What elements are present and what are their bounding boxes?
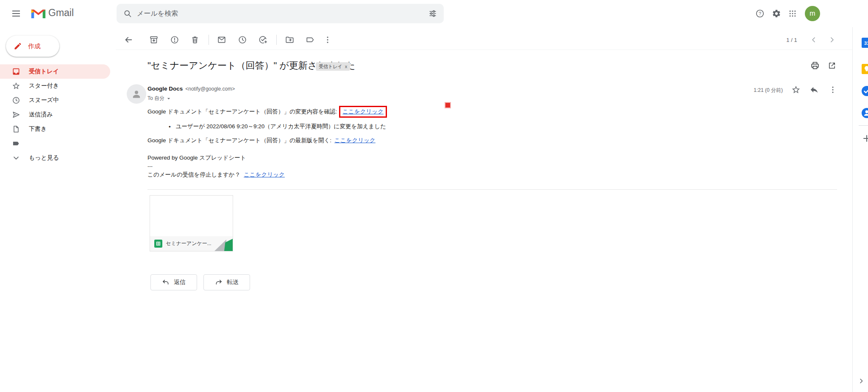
contacts-panel-button[interactable] xyxy=(857,103,868,123)
star-button[interactable] xyxy=(787,81,804,98)
get-addons-button[interactable] xyxy=(858,130,868,147)
search-icon xyxy=(123,9,132,18)
snooze-button[interactable] xyxy=(234,31,251,48)
keep-panel-button[interactable] xyxy=(857,59,868,79)
click-here-link[interactable]: ここをクリック xyxy=(334,137,376,144)
body-text: Google ドキュメント「セミナーアンケート（回答）」の変更内容を確認: xyxy=(147,108,337,116)
more-options-button[interactable] xyxy=(319,31,336,48)
attachment-name: セミナーアンケー... xyxy=(166,240,211,247)
open-in-new-button[interactable] xyxy=(823,57,840,74)
hamburger-icon xyxy=(11,8,21,19)
sidebar-item-label: 送信済み xyxy=(29,111,53,119)
reply-button[interactable] xyxy=(806,81,823,98)
sidebar-item-sent[interactable]: 送信済み xyxy=(0,108,110,122)
click-here-link[interactable]: ここをクリック xyxy=(342,108,384,116)
settings-button[interactable] xyxy=(768,5,785,22)
sidebar-item-more[interactable]: もっと見る xyxy=(0,151,110,165)
sender-avatar[interactable] xyxy=(127,84,146,104)
separator-text: --- xyxy=(147,163,153,169)
sender-email: <notify@google.com> xyxy=(185,86,235,92)
chevron-down-icon xyxy=(12,154,20,162)
attachment-card[interactable]: セミナーアンケー... xyxy=(150,195,233,251)
move-to-button[interactable] xyxy=(281,31,298,48)
body-bullet-line: • ユーザーが 2022/08/06 9:20～9:20（アメリカ太平洋夏時間）… xyxy=(169,123,386,130)
forward-action-button[interactable]: 転送 xyxy=(203,274,250,290)
side-panel-small-divider xyxy=(859,125,868,126)
forward-arrow-icon xyxy=(215,279,223,286)
inbox-label-badge[interactable]: 受信トレイ x xyxy=(316,62,350,71)
delete-button[interactable] xyxy=(186,31,203,48)
clock-icon xyxy=(238,35,247,44)
trash-icon xyxy=(190,35,200,44)
back-arrow-icon xyxy=(124,35,133,44)
avatar-letter: m xyxy=(810,10,815,17)
tasks-panel-button[interactable] xyxy=(857,81,868,101)
archive-button[interactable] xyxy=(145,31,162,48)
apps-grid-icon xyxy=(788,9,797,18)
folder-move-icon xyxy=(285,35,294,44)
side-panel-divider xyxy=(852,27,853,392)
report-spam-button[interactable] xyxy=(166,31,183,48)
recipient-dropdown[interactable]: To 自分 xyxy=(147,95,171,102)
search-input[interactable] xyxy=(136,9,424,18)
account-avatar[interactable]: m xyxy=(805,6,820,21)
powered-by-text: Powered by Google スプレッドシート xyxy=(147,154,246,162)
older-button[interactable] xyxy=(823,31,840,48)
print-icon xyxy=(810,61,820,70)
search-options-button[interactable] xyxy=(424,5,441,22)
sidebar-item-drafts[interactable]: 下書き xyxy=(0,122,110,136)
compose-button[interactable]: 作成 xyxy=(6,36,59,57)
label-button[interactable] xyxy=(302,31,319,48)
sidebar-item-label: スター付き xyxy=(29,82,59,90)
sidebar-item-label: スヌーズ中 xyxy=(29,97,59,104)
reply-arrow-icon xyxy=(810,85,819,94)
send-icon xyxy=(12,110,20,119)
star-icon xyxy=(791,85,801,94)
powered-by-line: Powered by Google スプレッドシート xyxy=(147,154,246,162)
reply-action-button[interactable]: 返信 xyxy=(150,274,197,290)
search-button[interactable] xyxy=(119,5,136,22)
sidebar-item-snoozed[interactable]: スヌーズ中 xyxy=(0,93,110,108)
document-icon xyxy=(12,125,20,133)
badge-remove-icon[interactable]: x xyxy=(345,64,348,69)
chevron-right-icon xyxy=(857,377,865,385)
gmail-logo-icon[interactable] xyxy=(31,7,46,20)
email-timestamp: 1:21 (0 分前) xyxy=(738,87,783,94)
main-menu-button[interactable] xyxy=(8,5,25,22)
message-more-button[interactable] xyxy=(824,81,841,98)
more-vert-icon xyxy=(323,35,332,44)
open-in-new-icon xyxy=(828,61,836,70)
toolbar-divider-line xyxy=(116,50,853,50)
sheets-icon xyxy=(154,240,162,248)
side-panel-toggle-button[interactable] xyxy=(854,373,868,389)
calendar-panel-button[interactable]: 31 xyxy=(857,33,868,52)
newer-button[interactable] xyxy=(805,31,822,48)
search-bar[interactable] xyxy=(117,4,444,23)
message-divider xyxy=(147,189,837,190)
tune-icon xyxy=(428,9,437,18)
sidebar-item-starred[interactable]: スター付き xyxy=(0,79,110,93)
gmail-app: Gmail ? m 作成 xyxy=(0,0,868,392)
sidebar-item-label: 下書き xyxy=(29,125,47,133)
unsubscribe-line: このメールの受信を停止しますか？ ここをクリック xyxy=(147,171,285,179)
help-icon: ? xyxy=(755,9,765,18)
sender-line: Google Docs<notify@google.com> xyxy=(147,86,235,92)
chevron-left-icon xyxy=(810,36,818,44)
unsubscribe-link[interactable]: ここをクリック xyxy=(244,171,285,179)
red-annotation-box: ここをクリック xyxy=(339,106,387,118)
svg-text:31: 31 xyxy=(864,41,868,46)
print-button[interactable] xyxy=(807,57,823,74)
sidebar-item-inbox[interactable]: 受信トレイ xyxy=(0,64,110,79)
mark-unread-button[interactable] xyxy=(213,31,230,48)
app-title: Gmail xyxy=(48,7,74,19)
sidebar-item-label-folder[interactable] xyxy=(0,136,110,151)
calendar-icon: 31 xyxy=(860,36,868,49)
back-button[interactable] xyxy=(120,31,137,48)
body-text: Google ドキュメント「セミナーアンケート（回答）」の最新版を開く: xyxy=(147,137,331,144)
clock-icon xyxy=(12,96,20,105)
apps-button[interactable] xyxy=(784,5,801,22)
add-to-tasks-button[interactable] xyxy=(254,31,271,48)
report-spam-icon xyxy=(170,35,179,44)
help-button[interactable]: ? xyxy=(751,5,768,22)
svg-text:?: ? xyxy=(759,11,761,16)
